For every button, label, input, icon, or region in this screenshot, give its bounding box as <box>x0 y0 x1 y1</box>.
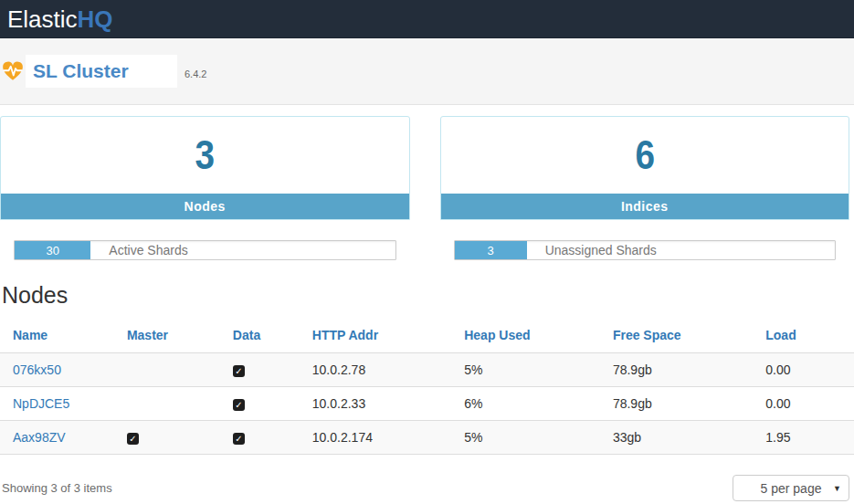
indices-count: 6 <box>635 135 655 175</box>
unassigned-shards-fill: 3 <box>455 241 527 259</box>
free-space-cell: 78.9gb <box>606 387 758 421</box>
http-addr-cell: 10.0.2.33 <box>305 387 457 421</box>
active-shards-fill: 30 <box>15 241 90 259</box>
stat-cards-row: 3 Nodes 6 Indices <box>0 116 849 220</box>
data-checkbox-icon: ✓ <box>233 433 245 445</box>
heartbeat-icon <box>2 60 24 82</box>
heap-used-cell: 5% <box>457 353 606 387</box>
active-shards-bar: 30 Active Shards <box>14 240 396 260</box>
col-header-free-space[interactable]: Free Space <box>606 320 758 353</box>
nodes-table: Name Master Data HTTP Addr Heap Used Fre… <box>0 320 854 455</box>
master-checkbox-icon: ✓ <box>127 433 139 445</box>
load-cell: 0.00 <box>758 353 854 387</box>
free-space-cell: 78.9gb <box>606 353 758 387</box>
brand-accent-text: HQ <box>78 5 113 33</box>
top-navbar: ElasticHQ <box>0 0 854 38</box>
table-header-row: Name Master Data HTTP Addr Heap Used Fre… <box>0 320 854 353</box>
cluster-header: SL Cluster 6.4.2 <box>0 38 854 105</box>
heap-used-cell: 6% <box>457 387 606 421</box>
table-footer: Showing 3 of 3 items 5 per page ▼ <box>2 475 849 501</box>
free-space-cell: 33gb <box>606 421 758 455</box>
table-row: NpDJCE5 ✓ ✓ 10.0.2.33 6% 78.9gb 0.00 <box>0 387 854 421</box>
col-header-heap-used[interactable]: Heap Used <box>457 320 606 353</box>
http-addr-cell: 10.0.2.174 <box>305 421 457 455</box>
nodes-stat-body: 3 <box>1 117 409 194</box>
unassigned-shards-label: Unassigned Shards <box>527 241 657 259</box>
nodes-stat-label: Nodes <box>1 194 409 219</box>
http-addr-cell: 10.0.2.78 <box>305 353 457 387</box>
cluster-name-text: SL Cluster <box>33 60 129 82</box>
chevron-down-icon: ▼ <box>833 483 841 492</box>
data-checkbox-icon: ✓ <box>233 399 245 411</box>
cluster-name-field[interactable]: SL Cluster <box>26 55 177 88</box>
per-page-select[interactable]: 5 per page ▼ <box>733 475 849 501</box>
brand-primary-text: Elastic <box>7 5 78 33</box>
main-content: 3 Nodes 6 Indices 30 Active Shards 3 <box>0 116 854 501</box>
node-name-link[interactable]: NpDJCE5 <box>13 396 69 411</box>
nodes-stat-card[interactable]: 3 Nodes <box>0 116 410 220</box>
col-header-http-addr[interactable]: HTTP Addr <box>305 320 457 353</box>
showing-items-text: Showing 3 of 3 items <box>2 481 112 495</box>
indices-stat-label: Indices <box>441 194 849 219</box>
active-shards-label: Active Shards <box>90 241 187 259</box>
node-name-link[interactable]: Aax98ZV <box>13 430 66 445</box>
nodes-section-title: Nodes <box>2 282 854 309</box>
load-cell: 0.00 <box>758 387 854 421</box>
load-cell: 1.95 <box>758 421 854 455</box>
indices-stat-body: 6 <box>441 117 849 194</box>
col-header-data[interactable]: Data <box>226 320 305 353</box>
unassigned-shards-col: 3 Unassigned Shards <box>440 240 850 260</box>
indices-stat-card[interactable]: 6 Indices <box>440 116 850 220</box>
per-page-selected-value: 5 per page <box>761 481 822 496</box>
table-row: Aax98ZV ✓ ✓ 10.0.2.174 5% 33gb 1.95 <box>0 421 854 455</box>
node-name-link[interactable]: 076kx50 <box>13 362 61 377</box>
data-checkbox-icon: ✓ <box>233 365 245 377</box>
elastichq-app: ElasticHQ SL Cluster 6.4.2 3 Nodes 6 Ind… <box>0 0 854 504</box>
unassigned-shards-bar: 3 Unassigned Shards <box>454 240 837 260</box>
brand-logo[interactable]: ElasticHQ <box>7 7 113 31</box>
heap-used-cell: 5% <box>457 421 606 455</box>
table-row: 076kx50 ✓ ✓ 10.0.2.78 5% 78.9gb 0.00 <box>0 353 854 387</box>
col-header-master[interactable]: Master <box>120 320 226 353</box>
active-shards-col: 30 Active Shards <box>0 240 410 260</box>
shard-bars-row: 30 Active Shards 3 Unassigned Shards <box>0 240 849 260</box>
col-header-name[interactable]: Name <box>0 320 120 353</box>
cluster-version: 6.4.2 <box>185 63 206 79</box>
col-header-load[interactable]: Load <box>758 320 854 353</box>
nodes-count: 3 <box>195 135 215 175</box>
